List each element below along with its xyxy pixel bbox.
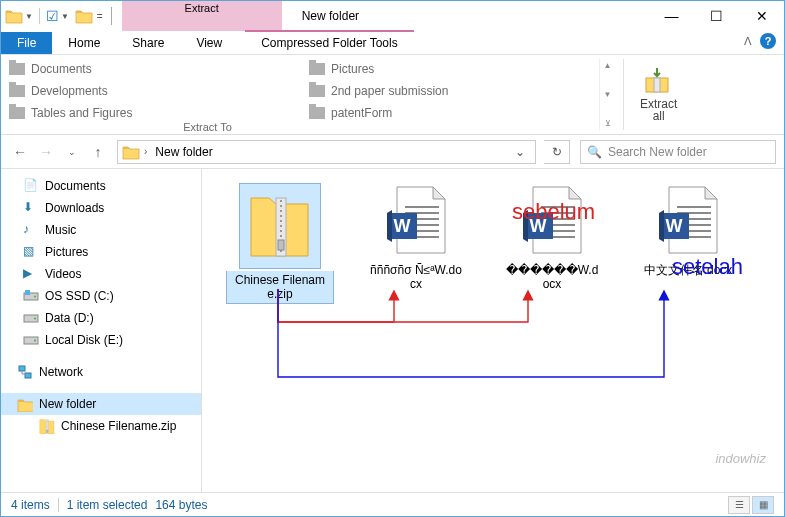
folder-gray-icon <box>309 63 325 75</box>
music-icon: ♪ <box>23 222 39 238</box>
breadcrumb-segment[interactable]: New folder <box>151 145 216 159</box>
tree-item-pictures[interactable]: ▧Pictures <box>1 241 201 263</box>
tree-item-network[interactable]: Network <box>1 361 201 383</box>
ribbon-group-label: Extract To <box>1 121 414 133</box>
folder-gray-icon <box>9 107 25 119</box>
pictures-icon: ▧ <box>23 244 39 260</box>
folder-icon <box>122 143 140 161</box>
file-list[interactable]: Chinese Filename.zip ñññσñσ Ñ≤ªW.docx ��… <box>202 169 784 492</box>
tab-file[interactable]: File <box>1 32 52 54</box>
tab-share[interactable]: Share <box>116 32 180 54</box>
forward-button[interactable]: → <box>35 141 57 163</box>
gallery-scroll[interactable]: ▲▼⊻ <box>599 59 615 130</box>
tab-home[interactable]: Home <box>52 32 116 54</box>
up-button[interactable]: ↑ <box>87 141 109 163</box>
details-view-button[interactable]: ☰ <box>728 496 750 514</box>
minimize-button[interactable]: — <box>649 1 694 31</box>
word-icon <box>380 183 452 259</box>
drive-icon <box>23 310 39 326</box>
zip-icon <box>39 418 55 434</box>
help-icon[interactable]: ? <box>760 33 776 49</box>
extract-destinations: Documents Pictures Developments 2nd pape… <box>9 59 599 130</box>
folder-gray-icon <box>309 85 325 97</box>
status-selection: 1 item selected <box>67 498 148 512</box>
tree-item-drive-c[interactable]: OS SSD (C:) <box>1 285 201 307</box>
tab-compressed-tools[interactable]: Compressed Folder Tools <box>245 30 414 54</box>
qat-dropdown-icon[interactable]: ▼ <box>25 12 33 21</box>
folder-icon <box>5 7 23 25</box>
status-item-count: 4 items <box>11 498 50 512</box>
qat-separator <box>111 7 112 25</box>
address-bar[interactable]: › New folder ⌄ <box>117 140 536 164</box>
dest-item[interactable]: patentForm <box>309 103 599 123</box>
tree-item-documents[interactable]: 📄Documents <box>1 175 201 197</box>
word-icon <box>652 183 724 259</box>
contextual-tab-group: Extract <box>122 1 282 31</box>
file-item-docx[interactable]: 中文文件名.docx <box>634 183 742 304</box>
tree-item-zip[interactable]: Chinese Filename.zip <box>1 415 201 437</box>
tree-item-videos[interactable]: ▶Videos <box>1 263 201 285</box>
quick-access-toolbar: ▼ ☑ ▼ = <box>1 7 122 25</box>
navigation-tree: 📄Documents ⬇Downloads ♪Music ▧Pictures ▶… <box>1 169 202 492</box>
recent-locations-button[interactable]: ⌄ <box>61 141 83 163</box>
collapse-ribbon-icon[interactable]: ᐱ <box>744 35 752 48</box>
address-dropdown-icon[interactable]: ⌄ <box>509 145 531 159</box>
folder-gray-icon <box>309 107 325 119</box>
zip-icon <box>244 188 316 264</box>
watermark: indowhiz <box>715 451 766 466</box>
documents-icon: 📄 <box>23 178 39 194</box>
dest-item[interactable]: Documents <box>9 59 299 79</box>
dest-item[interactable]: Developments <box>9 81 299 101</box>
window-title: New folder <box>282 9 359 23</box>
status-bar: 4 items 1 item selected 164 bytes ☰ ▦ <box>1 492 784 516</box>
refresh-button[interactable]: ↻ <box>544 140 570 164</box>
annotation-overlay <box>226 287 766 427</box>
icons-view-button[interactable]: ▦ <box>752 496 774 514</box>
navigation-bar: ← → ⌄ ↑ › New folder ⌄ ↻ 🔍 Search New fo… <box>1 135 784 169</box>
checkbox-icon[interactable]: ☑ <box>46 8 59 24</box>
folder-icon <box>75 7 93 25</box>
tree-item-drive-d[interactable]: Data (D:) <box>1 307 201 329</box>
tree-item-drive-e[interactable]: Local Disk (E:) <box>1 329 201 351</box>
folder-gray-icon <box>9 85 25 97</box>
search-icon: 🔍 <box>587 145 602 159</box>
close-button[interactable]: ✕ <box>739 1 784 31</box>
drive-icon <box>23 332 39 348</box>
status-size: 164 bytes <box>155 498 207 512</box>
window-controls: — ☐ ✕ <box>649 1 784 31</box>
titlebar: ▼ ☑ ▼ = Extract New folder — ☐ ✕ <box>1 1 784 31</box>
downloads-icon: ⬇ <box>23 200 39 216</box>
extract-all-icon <box>643 68 675 96</box>
drive-icon <box>23 288 39 304</box>
tab-view[interactable]: View <box>180 32 238 54</box>
network-icon <box>17 364 33 380</box>
dest-item[interactable]: 2nd paper submission <box>309 81 599 101</box>
extract-all-button[interactable]: Extract all <box>632 59 685 130</box>
tree-item-downloads[interactable]: ⬇Downloads <box>1 197 201 219</box>
folder-icon <box>17 396 33 412</box>
file-item-docx[interactable]: ñññσñσ Ñ≤ªW.docx <box>362 183 470 304</box>
tree-item-music[interactable]: ♪Music <box>1 219 201 241</box>
annotation-before: sebelum <box>512 199 595 225</box>
videos-icon: ▶ <box>23 266 39 282</box>
file-item-zip[interactable]: Chinese Filename.zip <box>226 183 334 304</box>
tree-item-new-folder[interactable]: New folder <box>1 393 201 415</box>
folder-gray-icon <box>9 63 25 75</box>
back-button[interactable]: ← <box>9 141 31 163</box>
ribbon-tabs: File Home Share View Compressed Folder T… <box>1 31 784 55</box>
dest-item[interactable]: Tables and Figures <box>9 103 299 123</box>
context-group-label: Extract <box>185 2 219 14</box>
dest-item[interactable]: Pictures <box>309 59 599 79</box>
maximize-button[interactable]: ☐ <box>694 1 739 31</box>
qat-dropdown-icon[interactable]: ▼ <box>61 12 69 21</box>
search-input[interactable]: 🔍 Search New folder <box>580 140 776 164</box>
annotation-after: setelah <box>672 254 743 280</box>
